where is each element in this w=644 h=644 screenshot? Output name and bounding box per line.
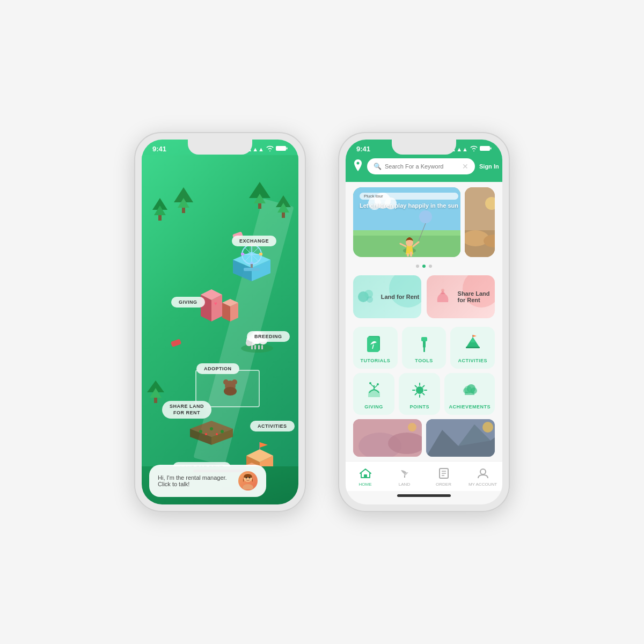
points-label: POINTS [410,404,430,409]
phone1-status-icons: ▲▲▲ [246,145,288,152]
phone2-home-indicator [397,494,451,497]
nav-land[interactable]: LAND [385,466,424,489]
svg-rect-1 [287,148,288,150]
banner-section: Pluck tour Let children play happily in … [346,182,502,260]
phone1-screen: 9:41 ▲▲▲ [142,140,298,504]
svg-point-73 [249,477,251,479]
banner-container: Pluck tour Let children play happily in … [353,187,495,257]
banner-tag: Pluck tour [360,193,458,200]
map-label-activities[interactable]: ACTIVITIES [250,421,295,431]
svg-point-39 [199,430,202,433]
svg-point-35 [224,387,237,396]
dot-1[interactable] [416,265,419,268]
bottom-images [346,419,502,461]
share-land-card[interactable]: Share Landfor Rent [427,275,495,318]
sign-in-button[interactable]: Sign In [479,163,499,170]
nav-order[interactable]: ORDER [424,466,463,489]
achievements-cell[interactable]: ACHIEVEMENTS [444,373,495,415]
svg-rect-15 [244,268,260,271]
search-bar[interactable]: 🔍 ✕ [367,158,475,174]
svg-text:♥: ♥ [214,301,217,306]
activities-label: ACTIVITIES [458,358,487,363]
banner-side[interactable] [465,187,495,257]
bottom-image-1[interactable] [353,419,422,457]
bottom-image-2[interactable] [426,419,495,457]
svg-rect-102 [367,337,379,352]
svg-rect-30 [258,345,260,349]
points-cell[interactable]: POINTS [399,373,440,415]
svg-rect-138 [364,474,367,478]
tools-cell[interactable]: TOOLS [402,327,447,369]
land-for-rent-label: Land for Rent [381,294,420,300]
land-for-rent-card[interactable]: Land for Rent [353,275,421,318]
crop-patches [185,413,238,452]
svg-marker-54 [260,442,268,448]
svg-point-114 [377,383,379,385]
tree-4 [276,195,291,218]
map-label-exchange[interactable]: EXCHANGE [232,236,276,246]
battery-icon2 [480,145,492,152]
map-label-adoption[interactable]: ADOPTION [196,363,239,374]
account-nav-icon [477,468,489,480]
svg-point-34 [232,379,237,385]
svg-point-76 [357,162,360,164]
svg-rect-82 [353,230,460,236]
dot-3[interactable] [429,265,432,268]
search-input[interactable] [385,163,459,170]
tutorials-cell[interactable]: TUTORIALS [353,327,398,369]
giving-label: GIVING [364,404,383,409]
svg-marker-108 [470,337,475,342]
activities-building [238,440,281,466]
svg-line-120 [415,386,416,387]
map-label-share-land[interactable]: SHARE LANDFOR RENT [162,401,211,419]
icon-grid-row1: TUTORIALS TOOLS [346,327,502,373]
map-label-giving[interactable]: GIVING [171,297,205,308]
svg-rect-0 [276,146,286,151]
nav-home[interactable]: HOME [346,466,385,489]
achievements-icon [460,380,479,400]
icon-grid-row2: GIVING [346,373,502,419]
dot-2[interactable] [422,265,426,268]
battery-icon [276,145,288,152]
svg-rect-11 [259,253,262,255]
svg-point-43 [216,433,218,435]
svg-point-143 [480,469,486,474]
tree-5 [147,380,164,403]
banner-text: Pluck tour Let children play happily in … [360,193,458,209]
search-magnifier-icon: 🔍 [374,163,382,170]
svg-rect-106 [423,347,425,352]
chat-bubble[interactable]: Hi, I'm the rental manager. Click to tal… [149,465,266,497]
svg-point-100 [441,289,444,292]
svg-rect-29 [254,345,256,349]
nav-account[interactable]: MY ACCOUNT [463,466,502,489]
svg-point-136 [482,422,493,433]
svg-point-113 [369,382,371,384]
achievements-label: ACHIEVEMENTS [449,404,491,409]
category-row: Land for Rent Share Landfor Rent [353,275,495,318]
svg-point-42 [205,433,207,435]
svg-line-123 [423,386,425,387]
location-icon[interactable] [353,159,363,174]
nav-land-label: LAND [399,482,410,487]
phone-home: 9:41 ▲▲▲ [338,132,510,512]
svg-rect-75 [491,148,492,150]
tree-2 [174,187,193,213]
svg-point-99 [367,296,373,303]
banner-main[interactable]: Pluck tour Let children play happily in … [353,187,460,257]
phone2-time: 9:41 [356,145,370,153]
svg-point-132 [408,423,416,431]
map-label-breeding[interactable]: BREEDING [247,331,290,342]
tutorials-icon [365,334,385,354]
home-nav-icon [360,468,371,480]
activities-cell[interactable]: ACTIVITIES [450,327,495,369]
banner-title: Let children play happily in the sun [360,202,458,209]
giving-icon [364,380,384,400]
clear-search-icon[interactable]: ✕ [462,162,469,171]
svg-point-72 [246,477,247,479]
giving-cell[interactable]: GIVING [353,373,394,415]
carousel-dots [346,260,502,272]
order-nav-icon [438,468,450,480]
chat-avatar [238,471,258,491]
map-area[interactable]: ♥ [142,155,298,466]
bottom-nav: HOME LAND [346,461,502,491]
